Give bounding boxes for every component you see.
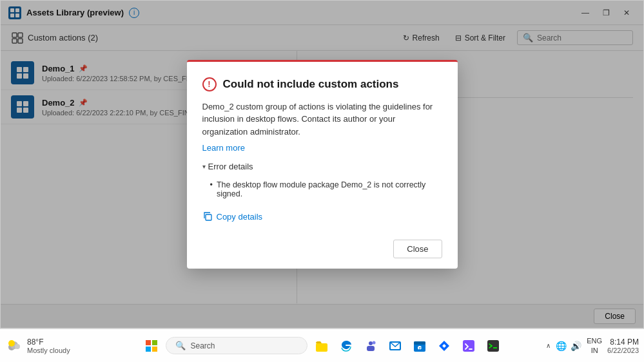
taskbar-apps: 22	[310, 334, 505, 357]
taskbar-app-power-automate[interactable]	[433, 334, 456, 357]
clock-date: 6/22/2023	[607, 347, 639, 354]
modal-footer: Close	[187, 232, 458, 269]
svg-text:22: 22	[418, 346, 422, 350]
error-details-label: Error details	[208, 162, 253, 171]
clock[interactable]: 8:14 PM 6/22/2023	[607, 338, 639, 354]
svg-rect-41	[487, 340, 499, 352]
svg-point-24	[15, 344, 20, 349]
clock-time: 8:14 PM	[607, 338, 639, 347]
error-icon: !	[202, 77, 217, 91]
weather-temp: 88°F	[27, 338, 70, 347]
svg-rect-30	[316, 343, 327, 352]
svg-rect-28	[146, 347, 151, 352]
modal-body-text: Demo_2 custom group of actions is violat…	[202, 102, 433, 137]
modal-close-button[interactable]: Close	[393, 240, 442, 258]
svg-point-33	[372, 341, 375, 344]
taskbar-app-visual-studio[interactable]	[457, 334, 480, 357]
taskbar-center: 🔍 Search	[140, 334, 505, 357]
svg-rect-32	[367, 346, 375, 351]
copy-icon	[202, 211, 213, 222]
svg-rect-26	[146, 340, 151, 345]
start-button[interactable]	[140, 334, 163, 357]
bullet-icon: •	[210, 180, 213, 189]
taskbar-left: 88°F Mostly cloudy	[5, 337, 95, 355]
taskbar-app-teams[interactable]	[359, 334, 382, 357]
taskbar-search[interactable]: 🔍 Search	[166, 337, 307, 354]
search-icon: 🔍	[175, 341, 186, 350]
error-details-toggle[interactable]: ▾ Error details	[202, 162, 442, 171]
taskbar-app-file-explorer[interactable]	[310, 334, 333, 357]
modal-title-text: Could not include custom actions	[223, 78, 399, 91]
modal-overlay: ! Could not include custom actions Demo_…	[1, 1, 643, 328]
error-bullet: • The desktop flow module package Demo_2…	[210, 180, 442, 198]
taskbar: 88°F Mostly cloudy 🔍 Search	[0, 329, 644, 362]
weather-desc: Mostly cloudy	[27, 347, 70, 354]
taskbar-app-outlook[interactable]	[384, 334, 407, 357]
taskbar-app-edge[interactable]	[335, 334, 358, 357]
language-indicator[interactable]: ENGIN	[587, 336, 602, 355]
svg-rect-40	[463, 340, 474, 352]
modal-title: ! Could not include custom actions	[202, 77, 442, 91]
svg-rect-21	[206, 214, 211, 220]
taskbar-right: ∧ 🌐 🔊 ENGIN 8:14 PM 6/22/2023	[546, 336, 639, 355]
chevron-up-icon[interactable]: ∧	[546, 342, 551, 349]
weather-icon	[5, 337, 23, 355]
modal-content: ! Could not include custom actions Demo_…	[187, 62, 458, 233]
taskbar-sys: 🌐 🔊	[556, 341, 581, 351]
chevron-down-icon: ▾	[202, 163, 206, 170]
svg-point-25	[8, 340, 15, 347]
svg-rect-27	[152, 340, 157, 345]
taskbar-search-label: Search	[191, 341, 215, 350]
network-icon[interactable]: 🌐	[556, 341, 567, 351]
modal-dialog: ! Could not include custom actions Demo_…	[187, 60, 458, 269]
svg-rect-29	[152, 347, 157, 352]
svg-rect-37	[414, 341, 425, 345]
taskbar-app-terminal[interactable]	[482, 334, 505, 357]
volume-icon[interactable]: 🔊	[571, 341, 581, 351]
weather-info: 88°F Mostly cloudy	[27, 338, 70, 354]
copy-details-button[interactable]: Copy details	[202, 211, 263, 222]
modal-body: Demo_2 custom group of actions is violat…	[202, 100, 442, 138]
error-details-content: • The desktop flow module package Demo_2…	[202, 176, 442, 202]
app-window: Assets Library (preview) i — ❐ ✕ Custom …	[0, 0, 644, 329]
error-message-text: The desktop flow module package Demo_2 i…	[217, 180, 442, 198]
svg-point-31	[369, 341, 373, 345]
copy-details-label: Copy details	[217, 212, 263, 222]
learn-more-link[interactable]: Learn more	[202, 143, 245, 153]
taskbar-app-calendar[interactable]: 22	[408, 334, 431, 357]
